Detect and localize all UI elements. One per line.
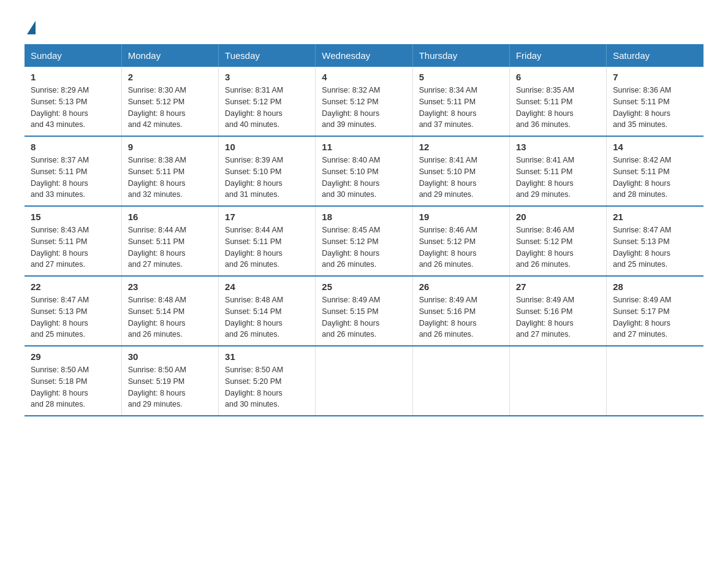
day-cell: 30 Sunrise: 8:50 AM Sunset: 5:19 PM Dayl… bbox=[121, 346, 218, 416]
day-info: Sunrise: 8:29 AM Sunset: 5:13 PM Dayligh… bbox=[31, 85, 115, 131]
day-cell: 11 Sunrise: 8:40 AM Sunset: 5:10 PM Dayl… bbox=[316, 136, 412, 206]
day-info: Sunrise: 8:41 AM Sunset: 5:10 PM Dayligh… bbox=[419, 155, 503, 201]
day-cell: 21 Sunrise: 8:47 AM Sunset: 5:13 PM Dayl… bbox=[607, 206, 703, 276]
day-number: 23 bbox=[128, 282, 212, 292]
day-cell: 4 Sunrise: 8:32 AM Sunset: 5:12 PM Dayli… bbox=[316, 67, 412, 136]
logo bbox=[25, 18, 36, 32]
day-info: Sunrise: 8:50 AM Sunset: 5:19 PM Dayligh… bbox=[128, 364, 212, 410]
day-number: 30 bbox=[128, 351, 212, 362]
day-number: 27 bbox=[516, 282, 600, 292]
day-cell: 3 Sunrise: 8:31 AM Sunset: 5:12 PM Dayli… bbox=[219, 67, 316, 136]
day-number: 14 bbox=[613, 142, 697, 152]
day-info: Sunrise: 8:49 AM Sunset: 5:17 PM Dayligh… bbox=[613, 294, 697, 340]
day-info: Sunrise: 8:31 AM Sunset: 5:12 PM Dayligh… bbox=[225, 85, 309, 131]
day-number: 26 bbox=[419, 282, 503, 292]
day-info: Sunrise: 8:48 AM Sunset: 5:14 PM Dayligh… bbox=[128, 294, 212, 340]
day-info: Sunrise: 8:48 AM Sunset: 5:14 PM Dayligh… bbox=[225, 294, 309, 340]
week-row-5: 29 Sunrise: 8:50 AM Sunset: 5:18 PM Dayl… bbox=[25, 346, 703, 416]
day-info: Sunrise: 8:50 AM Sunset: 5:20 PM Dayligh… bbox=[225, 364, 309, 410]
day-number: 1 bbox=[31, 72, 115, 82]
header-saturday: Saturday bbox=[607, 44, 703, 67]
day-number: 9 bbox=[128, 142, 212, 152]
day-info: Sunrise: 8:44 AM Sunset: 5:11 PM Dayligh… bbox=[128, 224, 212, 270]
day-number: 31 bbox=[225, 351, 309, 362]
day-info: Sunrise: 8:39 AM Sunset: 5:10 PM Dayligh… bbox=[225, 155, 309, 201]
day-cell: 29 Sunrise: 8:50 AM Sunset: 5:18 PM Dayl… bbox=[25, 346, 121, 416]
day-cell: 20 Sunrise: 8:46 AM Sunset: 5:12 PM Dayl… bbox=[509, 206, 606, 276]
page-header bbox=[25, 18, 703, 32]
day-info: Sunrise: 8:50 AM Sunset: 5:18 PM Dayligh… bbox=[31, 364, 115, 410]
day-cell: 23 Sunrise: 8:48 AM Sunset: 5:14 PM Dayl… bbox=[121, 276, 218, 346]
day-cell: 27 Sunrise: 8:49 AM Sunset: 5:16 PM Dayl… bbox=[509, 276, 606, 346]
day-number: 16 bbox=[128, 212, 212, 222]
day-cell bbox=[316, 346, 412, 416]
day-info: Sunrise: 8:43 AM Sunset: 5:11 PM Dayligh… bbox=[31, 224, 115, 270]
week-row-2: 8 Sunrise: 8:37 AM Sunset: 5:11 PM Dayli… bbox=[25, 136, 703, 206]
day-info: Sunrise: 8:42 AM Sunset: 5:11 PM Dayligh… bbox=[613, 155, 697, 201]
day-number: 13 bbox=[516, 142, 600, 152]
calendar-header-row: SundayMondayTuesdayWednesdayThursdayFrid… bbox=[25, 44, 703, 67]
day-cell: 18 Sunrise: 8:45 AM Sunset: 5:12 PM Dayl… bbox=[316, 206, 412, 276]
day-info: Sunrise: 8:49 AM Sunset: 5:16 PM Dayligh… bbox=[516, 294, 600, 340]
day-cell: 12 Sunrise: 8:41 AM Sunset: 5:10 PM Dayl… bbox=[412, 136, 509, 206]
day-number: 6 bbox=[516, 72, 600, 82]
day-number: 18 bbox=[322, 212, 406, 222]
day-number: 21 bbox=[613, 212, 697, 222]
day-cell: 26 Sunrise: 8:49 AM Sunset: 5:16 PM Dayl… bbox=[412, 276, 509, 346]
day-info: Sunrise: 8:46 AM Sunset: 5:12 PM Dayligh… bbox=[419, 224, 503, 270]
day-number: 8 bbox=[31, 142, 115, 152]
day-cell: 28 Sunrise: 8:49 AM Sunset: 5:17 PM Dayl… bbox=[607, 276, 703, 346]
day-cell: 16 Sunrise: 8:44 AM Sunset: 5:11 PM Dayl… bbox=[121, 206, 218, 276]
day-info: Sunrise: 8:35 AM Sunset: 5:11 PM Dayligh… bbox=[516, 85, 600, 131]
logo-triangle-icon bbox=[27, 21, 36, 34]
day-cell: 25 Sunrise: 8:49 AM Sunset: 5:15 PM Dayl… bbox=[316, 276, 412, 346]
day-info: Sunrise: 8:30 AM Sunset: 5:12 PM Dayligh… bbox=[128, 85, 212, 131]
day-info: Sunrise: 8:40 AM Sunset: 5:10 PM Dayligh… bbox=[322, 155, 406, 201]
day-number: 7 bbox=[613, 72, 697, 82]
day-info: Sunrise: 8:47 AM Sunset: 5:13 PM Dayligh… bbox=[31, 294, 115, 340]
week-row-4: 22 Sunrise: 8:47 AM Sunset: 5:13 PM Dayl… bbox=[25, 276, 703, 346]
day-cell: 22 Sunrise: 8:47 AM Sunset: 5:13 PM Dayl… bbox=[25, 276, 121, 346]
day-cell: 13 Sunrise: 8:41 AM Sunset: 5:11 PM Dayl… bbox=[509, 136, 606, 206]
day-cell: 15 Sunrise: 8:43 AM Sunset: 5:11 PM Dayl… bbox=[25, 206, 121, 276]
day-info: Sunrise: 8:46 AM Sunset: 5:12 PM Dayligh… bbox=[516, 224, 600, 270]
day-cell: 7 Sunrise: 8:36 AM Sunset: 5:11 PM Dayli… bbox=[607, 67, 703, 136]
day-number: 15 bbox=[31, 212, 115, 222]
day-cell: 8 Sunrise: 8:37 AM Sunset: 5:11 PM Dayli… bbox=[25, 136, 121, 206]
header-thursday: Thursday bbox=[412, 44, 509, 67]
header-sunday: Sunday bbox=[25, 44, 121, 67]
day-number: 24 bbox=[225, 282, 309, 292]
day-info: Sunrise: 8:36 AM Sunset: 5:11 PM Dayligh… bbox=[613, 85, 697, 131]
day-cell: 9 Sunrise: 8:38 AM Sunset: 5:11 PM Dayli… bbox=[121, 136, 218, 206]
header-monday: Monday bbox=[121, 44, 218, 67]
header-friday: Friday bbox=[509, 44, 606, 67]
day-cell bbox=[607, 346, 703, 416]
day-info: Sunrise: 8:47 AM Sunset: 5:13 PM Dayligh… bbox=[613, 224, 697, 270]
day-number: 3 bbox=[225, 72, 309, 82]
day-number: 4 bbox=[322, 72, 406, 82]
day-info: Sunrise: 8:45 AM Sunset: 5:12 PM Dayligh… bbox=[322, 224, 406, 270]
day-cell: 1 Sunrise: 8:29 AM Sunset: 5:13 PM Dayli… bbox=[25, 67, 121, 136]
day-number: 25 bbox=[322, 282, 406, 292]
day-info: Sunrise: 8:49 AM Sunset: 5:15 PM Dayligh… bbox=[322, 294, 406, 340]
day-number: 11 bbox=[322, 142, 406, 152]
day-info: Sunrise: 8:34 AM Sunset: 5:11 PM Dayligh… bbox=[419, 85, 503, 131]
day-number: 29 bbox=[31, 351, 115, 362]
header-tuesday: Tuesday bbox=[219, 44, 316, 67]
day-info: Sunrise: 8:44 AM Sunset: 5:11 PM Dayligh… bbox=[225, 224, 309, 270]
day-number: 10 bbox=[225, 142, 309, 152]
day-cell: 19 Sunrise: 8:46 AM Sunset: 5:12 PM Dayl… bbox=[412, 206, 509, 276]
day-cell: 24 Sunrise: 8:48 AM Sunset: 5:14 PM Dayl… bbox=[219, 276, 316, 346]
day-info: Sunrise: 8:41 AM Sunset: 5:11 PM Dayligh… bbox=[516, 155, 600, 201]
day-cell: 10 Sunrise: 8:39 AM Sunset: 5:10 PM Dayl… bbox=[219, 136, 316, 206]
day-info: Sunrise: 8:32 AM Sunset: 5:12 PM Dayligh… bbox=[322, 85, 406, 131]
day-number: 17 bbox=[225, 212, 309, 222]
day-number: 2 bbox=[128, 72, 212, 82]
day-cell: 31 Sunrise: 8:50 AM Sunset: 5:20 PM Dayl… bbox=[219, 346, 316, 416]
day-cell bbox=[509, 346, 606, 416]
day-number: 20 bbox=[516, 212, 600, 222]
day-cell: 6 Sunrise: 8:35 AM Sunset: 5:11 PM Dayli… bbox=[509, 67, 606, 136]
week-row-3: 15 Sunrise: 8:43 AM Sunset: 5:11 PM Dayl… bbox=[25, 206, 703, 276]
day-cell: 14 Sunrise: 8:42 AM Sunset: 5:11 PM Dayl… bbox=[607, 136, 703, 206]
day-info: Sunrise: 8:37 AM Sunset: 5:11 PM Dayligh… bbox=[31, 155, 115, 201]
